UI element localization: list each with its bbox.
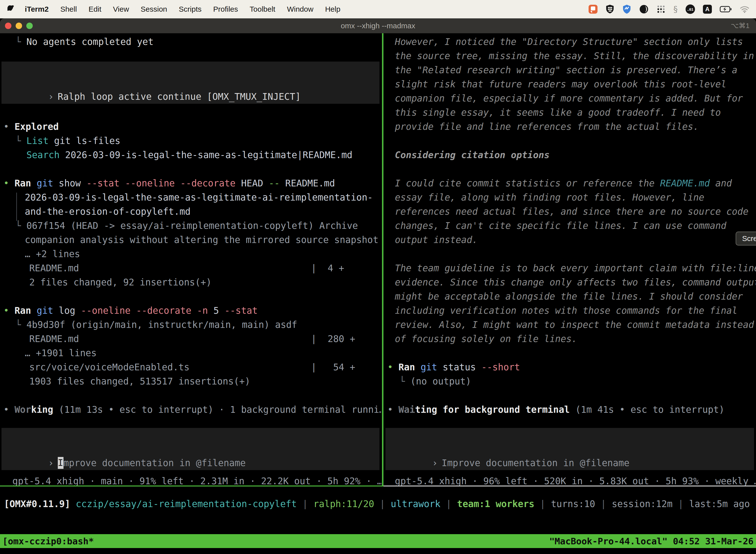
text-segment: └ — [15, 320, 26, 330]
text-segment: └ — [15, 37, 26, 47]
text-segment: | — [673, 499, 689, 509]
diffstat-line: README.md | 280 + — [29, 332, 355, 346]
menu-item-shell[interactable]: Shell — [60, 5, 77, 13]
text-segment: … +1901 lines — [25, 348, 97, 358]
screen-share-chip[interactable]: Scre — [736, 232, 756, 245]
left-pane-bottom-border — [0, 486, 383, 487]
timer-badge-icon[interactable]: ..61 — [686, 4, 695, 14]
text-segment: • — [3, 404, 15, 415]
menu-item-session[interactable]: Session — [141, 5, 167, 13]
reasoning-text: I could cite commit statistics or refere… — [395, 176, 732, 190]
text-segment: -- — [263, 178, 280, 189]
dots-grid-icon[interactable] — [656, 5, 666, 14]
text-segment: --short — [476, 362, 520, 373]
omx-status-bar: [OMX#0.11.9] cczip/essay/ai-reimplementa… — [4, 497, 750, 511]
left-prompt-box[interactable]: ›Improve documentation in @filename — [1, 428, 379, 470]
waiting-status-line: • Waiting for background terminal (1m 41… — [387, 403, 724, 417]
text-segment: ultrawork — [391, 499, 440, 509]
menu-item-toolbelt[interactable]: Toolbelt — [250, 5, 275, 13]
reasoning-text: of focusing solely on file lines. — [395, 332, 577, 346]
tree-connector-line — [16, 192, 17, 221]
window-shortcut-badge: ⌥⌘1 — [731, 18, 750, 33]
text-segment: 2026-03-09-is-legal-the-same-as-legitima… — [60, 150, 353, 160]
text-segment: might be acceptable alongside the file l… — [395, 291, 743, 302]
tmux-session-label: [omx-cczip0:bash* — [2, 536, 94, 546]
prompt-chevron-icon: › — [432, 458, 438, 468]
terminal-window: ›Ralph loop active continue [OMX_TMUX_IN… — [0, 33, 756, 554]
ran-git-status-command: • Ran git status --short — [387, 360, 520, 374]
diffstat-summary: 2 files changed, 92 insertions(+) — [29, 275, 211, 289]
ran-git-show-command: • Ran git show --stat --oneline --decora… — [3, 176, 335, 190]
text-segment: HEAD — [236, 178, 263, 189]
text-segment: Ran — [15, 305, 31, 316]
menu-item-view[interactable]: View — [113, 5, 129, 13]
text-segment: ting for background terminal — [415, 404, 570, 415]
text-cursor: I — [58, 457, 63, 469]
text-segment: show — [53, 178, 81, 189]
menu-item-scripts[interactable]: Scripts — [179, 5, 202, 13]
chat-app-icon[interactable] — [588, 5, 597, 14]
text-segment: slight risk that future readers may over… — [395, 79, 727, 90]
battery-icon[interactable] — [720, 6, 732, 12]
reasoning-text: including verification notes with those … — [395, 303, 737, 318]
wifi-icon[interactable] — [740, 5, 750, 13]
menu-item-profiles[interactable]: Profiles — [213, 5, 238, 13]
filename-wrap-line: and-the-erosion-of-copyleft.md — [25, 205, 190, 219]
text-segment: I could cite commit statistics or refere… — [395, 178, 660, 189]
text-segment: 4b9d30f (origin/main, instructkr/main, m… — [26, 320, 297, 330]
explored-header: • Explored — [3, 120, 59, 134]
text-segment: status — [437, 362, 476, 373]
left-pane: ›Ralph loop active continue [OMX_TMUX_IN… — [0, 33, 381, 554]
text-segment: [OMX#0.11.9] — [4, 499, 70, 509]
diffstat-line: README.md | 4 + — [29, 261, 344, 275]
command-output-line: └ (no output) — [399, 374, 471, 388]
menu-items: iTerm2ShellEditViewSessionScriptsProfile… — [25, 5, 340, 13]
text-segment: git ls-files — [49, 135, 121, 146]
text-segment: README.md | 280 + — [29, 334, 355, 344]
commit-message-wrap: companion analysis without altering the … — [25, 233, 378, 247]
menu-item-iterm2[interactable]: iTerm2 — [25, 5, 49, 13]
tmux-host-clock: "MacBook-Pro-44.local" 04:52 31-Mar-26 — [549, 536, 754, 546]
reasoning-text: output instead. — [395, 233, 478, 247]
text-segment: README.md — [660, 178, 710, 189]
text-segment: Wai — [398, 404, 415, 415]
blue-shield-icon[interactable] — [622, 4, 631, 14]
menu-item-help[interactable]: Help — [325, 5, 340, 13]
reasoning-heading: Considering citation options — [395, 148, 550, 162]
text-segment: --stat — [219, 305, 258, 316]
text-segment: the source tree, missing the essay. Stil… — [395, 51, 754, 61]
shield-grid-icon[interactable] — [606, 4, 614, 14]
text-segment: | — [374, 499, 391, 509]
pane-divider[interactable] — [382, 33, 383, 487]
keyboard-layout-icon[interactable]: A — [703, 5, 712, 14]
text-segment: | — [534, 499, 551, 509]
explored-list-line: └ List git ls-files — [15, 134, 120, 148]
text-segment: Ran — [398, 362, 415, 373]
window-title: omx --xhigh --madmax — [0, 18, 756, 33]
commit-line: └ 4b9d30f (origin/main, instructkr/main,… — [15, 318, 297, 332]
reasoning-text: The team guideline is to back every impo… — [395, 261, 756, 275]
text-segment: (11m 13s • esc to interrupt) · 1 backgro… — [53, 404, 382, 415]
reasoning-text: However, I noticed the "Directory Struct… — [395, 35, 743, 49]
reasoning-text: provide file and line references from th… — [395, 120, 699, 134]
screen-share-chip-label: Scre — [742, 234, 756, 243]
menu-item-edit[interactable]: Edit — [88, 5, 102, 13]
prompt-chevron-icon: › — [48, 458, 54, 468]
agents-status-line: └ No agents completed yet — [15, 35, 153, 49]
dark-circle-icon[interactable] — [639, 4, 649, 14]
text-segment: 067f154 (HEAD -> essay/ai-reimplementati… — [26, 220, 358, 231]
filename-wrap-line: 2026-03-09-is-legal-the-same-as-legitima… — [25, 190, 373, 205]
commit-line: └ 067f154 (HEAD -> essay/ai-reimplementa… — [15, 219, 358, 233]
tmux-status-bar: [omx-cczip0:bash* "MacBook-Pro-44.local"… — [0, 534, 756, 548]
reasoning-text: the source tree, missing the essay. Stil… — [395, 49, 754, 63]
text-segment: README.md — [280, 178, 335, 189]
menu-item-window[interactable]: Window — [287, 5, 314, 13]
right-pane: However, I noticed the "Directory Struct… — [384, 33, 756, 554]
apple-menu-icon[interactable] — [7, 5, 14, 13]
dragon-icon[interactable]: § — [674, 4, 678, 14]
text-segment: • — [3, 121, 15, 132]
right-prompt-box[interactable]: ›Improve documentation in @filename — [385, 428, 754, 470]
text-segment: Explored — [15, 121, 59, 132]
text-segment: src/voice/voiceModeEnabled.ts | 54 + — [29, 362, 355, 373]
reasoning-text: essay file, along with finding root file… — [395, 190, 704, 205]
